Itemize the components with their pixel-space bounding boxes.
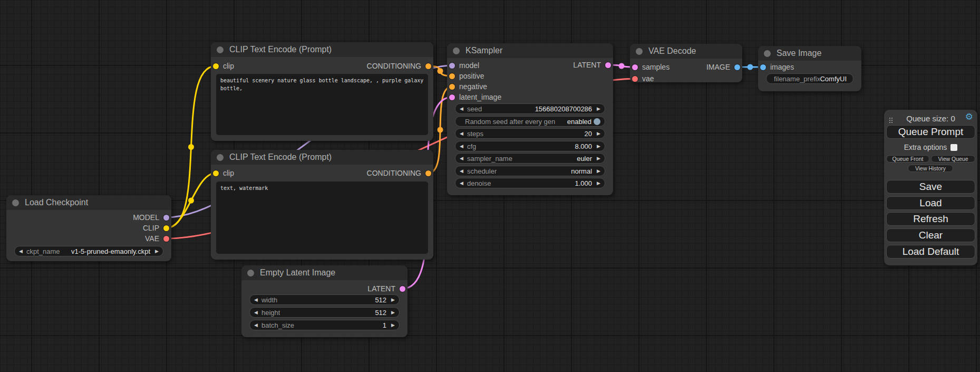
scheduler-widget[interactable]: ◀ scheduler normal ▶ <box>455 166 605 176</box>
clip-input-port[interactable] <box>213 63 219 69</box>
increment-arrow-icon[interactable]: ▶ <box>597 181 600 186</box>
node-collapse-dot-icon[interactable] <box>453 47 460 54</box>
node-title-bar[interactable]: CLIP Text Encode (Prompt) <box>211 150 433 165</box>
node-collapse-dot-icon[interactable] <box>764 50 771 57</box>
node-title-bar[interactable]: KSampler <box>447 43 613 58</box>
load-button[interactable]: Load <box>886 196 975 210</box>
image-output-port[interactable] <box>734 64 740 70</box>
increment-arrow-icon[interactable]: ▶ <box>391 298 395 302</box>
toggle-knob[interactable] <box>594 118 600 125</box>
filename-prefix-widget[interactable]: filename_prefix ComfyUI <box>766 73 853 84</box>
increment-arrow-icon[interactable]: ▶ <box>597 144 600 149</box>
node-title-bar[interactable]: VAE Decode <box>630 44 742 59</box>
denoise-widget[interactable]: ◀ denoise 1.000 ▶ <box>455 178 605 188</box>
port-label: LATENT <box>573 61 601 69</box>
conditioning-input-port[interactable] <box>449 84 455 90</box>
conditioning-output-port[interactable] <box>425 63 431 69</box>
node-title-bar[interactable]: Load Checkpoint <box>6 195 171 210</box>
extra-options-checkbox[interactable] <box>950 144 957 151</box>
widget-value: 1.000 <box>575 179 597 187</box>
conditioning-output-port[interactable] <box>425 170 431 176</box>
decrement-arrow-icon[interactable]: ◀ <box>460 169 463 174</box>
node-save-image[interactable]: Save Image images filename_prefix ComfyU… <box>758 46 861 91</box>
model-output-port[interactable] <box>163 215 169 221</box>
node-ksampler[interactable]: KSampler model LATENT positive negative … <box>447 43 613 195</box>
input-clip: clip <box>213 168 234 178</box>
node-graph-canvas[interactable]: Load Checkpoint MODEL CLIP VAE ◀ ckpt_na… <box>0 0 980 372</box>
latent-input-port[interactable] <box>449 94 455 100</box>
input-vae: vae <box>632 73 654 84</box>
decrement-arrow-icon[interactable]: ◀ <box>254 298 258 302</box>
widget-label: sampler_name <box>467 155 512 163</box>
view-queue-button[interactable]: View Queue <box>931 155 975 163</box>
vae-output-port[interactable] <box>163 236 169 242</box>
node-collapse-dot-icon[interactable] <box>12 199 19 206</box>
latent-output-port[interactable] <box>605 62 611 68</box>
node-title-bar[interactable]: Save Image <box>758 46 861 61</box>
node-collapse-dot-icon[interactable] <box>217 154 224 161</box>
widget-label: denoise <box>467 179 491 187</box>
model-input-port[interactable] <box>449 63 455 69</box>
output-vae: VAE <box>145 233 169 244</box>
node-title: Save Image <box>777 49 821 58</box>
queue-prompt-button[interactable]: Queue Prompt <box>886 125 975 139</box>
node-collapse-dot-icon[interactable] <box>636 48 643 55</box>
node-title-bar[interactable]: Empty Latent Image <box>241 265 407 280</box>
node-empty-latent-image[interactable]: Empty Latent Image LATENT ◀ width 512 ▶ … <box>241 265 407 337</box>
view-history-button[interactable]: View History <box>908 165 953 172</box>
node-collapse-dot-icon[interactable] <box>247 270 254 276</box>
decrement-arrow-icon[interactable]: ◀ <box>460 181 463 186</box>
queue-control-panel: Queue size: 0 ⚙ Queue Prompt Extra optio… <box>884 110 977 265</box>
node-title-bar[interactable]: CLIP Text Encode (Prompt) <box>211 42 433 57</box>
height-widget[interactable]: ◀ height 512 ▶ <box>249 307 400 318</box>
load-default-button[interactable]: Load Default <box>886 245 975 259</box>
decrement-arrow-icon[interactable]: ◀ <box>460 144 463 149</box>
node-clip-text-encode-positive[interactable]: CLIP Text Encode (Prompt) clip CONDITION… <box>211 42 433 141</box>
prompt-text-input[interactable]: beautiful scenery nature glass bottle la… <box>216 74 428 135</box>
node-collapse-dot-icon[interactable] <box>217 46 224 53</box>
node-clip-text-encode-negative[interactable]: CLIP Text Encode (Prompt) clip CONDITION… <box>211 150 433 260</box>
port-label: IMAGE <box>706 63 730 71</box>
cfg-widget[interactable]: ◀ cfg 8.000 ▶ <box>455 141 605 151</box>
decrement-arrow-icon[interactable]: ◀ <box>19 249 23 254</box>
queue-front-button[interactable]: Queue Front <box>886 155 929 163</box>
increment-arrow-icon[interactable]: ▶ <box>597 131 600 136</box>
port-label: CLIP <box>143 224 159 232</box>
widget-value: 512 <box>375 309 391 317</box>
node-vae-decode[interactable]: VAE Decode samples IMAGE vae <box>630 44 742 82</box>
increment-arrow-icon[interactable]: ▶ <box>597 107 600 111</box>
width-widget[interactable]: ◀ width 512 ▶ <box>249 294 400 305</box>
increment-arrow-icon[interactable]: ▶ <box>391 310 395 315</box>
save-button[interactable]: Save <box>886 180 975 194</box>
settings-gear-icon[interactable]: ⚙ <box>965 112 973 121</box>
increment-arrow-icon[interactable]: ▶ <box>597 156 600 161</box>
sampler-name-widget[interactable]: ◀ sampler_name euler ▶ <box>455 153 605 164</box>
node-title: KSampler <box>465 46 502 55</box>
clip-input-port[interactable] <box>213 170 219 176</box>
latent-input-port[interactable] <box>632 64 638 70</box>
random-seed-toggle-widget[interactable]: Random seed after every gen enabled <box>455 116 605 127</box>
ckpt-name-widget[interactable]: ◀ ckpt_name v1-5-pruned-emaonly.ckpt ▶ <box>14 246 163 256</box>
clear-button[interactable]: Clear <box>886 228 975 242</box>
node-load-checkpoint[interactable]: Load Checkpoint MODEL CLIP VAE ◀ ckpt_na… <box>6 195 171 261</box>
increment-arrow-icon[interactable]: ▶ <box>155 249 159 254</box>
decrement-arrow-icon[interactable]: ◀ <box>254 323 258 328</box>
decrement-arrow-icon[interactable]: ◀ <box>460 131 463 136</box>
clip-output-port[interactable] <box>163 225 169 231</box>
widget-value: ComfyUI <box>820 75 849 83</box>
port-label: images <box>770 63 794 71</box>
batch-size-widget[interactable]: ◀ batch_size 1 ▶ <box>249 320 400 330</box>
steps-widget[interactable]: ◀ steps 20 ▶ <box>455 128 605 139</box>
conditioning-input-port[interactable] <box>449 73 455 79</box>
increment-arrow-icon[interactable]: ▶ <box>391 323 395 328</box>
vae-input-port[interactable] <box>632 76 638 82</box>
seed-widget[interactable]: ◀ seed 156680208700286 ▶ <box>455 103 605 114</box>
decrement-arrow-icon[interactable]: ◀ <box>460 156 463 161</box>
refresh-button[interactable]: Refresh <box>886 212 975 226</box>
prompt-text-input[interactable]: text, watermark <box>216 182 428 254</box>
image-input-port[interactable] <box>760 64 766 70</box>
latent-output-port[interactable] <box>400 286 405 292</box>
increment-arrow-icon[interactable]: ▶ <box>597 169 600 174</box>
decrement-arrow-icon[interactable]: ◀ <box>254 310 258 315</box>
decrement-arrow-icon[interactable]: ◀ <box>460 107 463 111</box>
